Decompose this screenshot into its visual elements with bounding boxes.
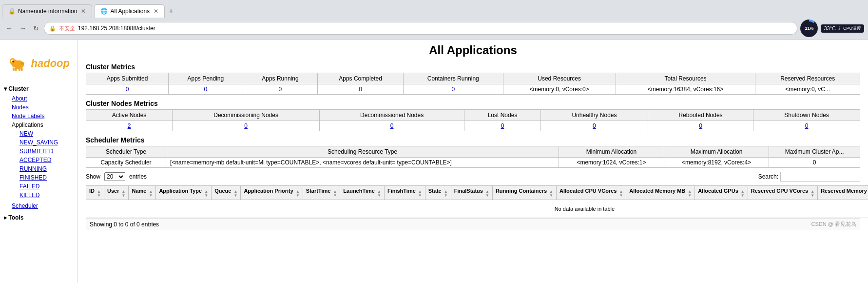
cm-val-running: 0 xyxy=(243,84,318,95)
back-button[interactable]: ← xyxy=(4,23,15,33)
col-id: ID ▲▼ xyxy=(86,186,104,200)
cm-header-reserved: Reserved Resources xyxy=(755,73,860,84)
sidebar-link-node-labels[interactable]: Node Labels xyxy=(4,112,77,121)
cnm-val-decommissioning: 0 xyxy=(173,121,320,131)
cm-val-used: <memory:0, vCores:0> xyxy=(503,84,616,95)
hadoop-elephant-icon xyxy=(8,51,27,76)
sm-val-type: Capacity Scheduler xyxy=(86,158,166,168)
sm-header-min: Minimum Allocation xyxy=(559,146,664,158)
show-entries-left: Show 10 20 50 100 entries xyxy=(86,172,147,181)
col-memory-mb: Allocated Memory MB ▲▼ xyxy=(626,186,695,200)
col-state: State ▲▼ xyxy=(425,186,451,200)
sidebar-link-nodes[interactable]: Nodes xyxy=(4,103,77,112)
security-icon: 🔒 xyxy=(49,25,56,32)
scheduler-metrics-table: Scheduler Type Scheduling Resource Type … xyxy=(86,146,860,168)
cnm-val-rebooted: 0 xyxy=(648,121,753,131)
sidebar-link-failed[interactable]: FAILED xyxy=(12,182,77,191)
sidebar-cluster-links: About Nodes Node Labels Applications NEW… xyxy=(0,94,77,210)
sm-header-max-cluster: Maximum Cluster Ap... xyxy=(769,146,860,158)
cm-header-total: Total Resources xyxy=(616,73,755,84)
page-layout: hadoop ▾ Cluster About Nodes Node Labels… xyxy=(0,40,868,283)
no-data-row: No data available in table xyxy=(86,200,868,218)
sidebar-link-about[interactable]: About xyxy=(4,94,77,103)
sidebar-link-accepted[interactable]: ACCEPTED xyxy=(12,156,77,164)
sm-val-min: <memory:1024, vCores:1> xyxy=(559,158,664,168)
refresh-button[interactable]: ↻ xyxy=(31,23,41,33)
svg-point-1 xyxy=(11,60,18,67)
sm-header-max: Maximum Allocation xyxy=(664,146,769,158)
sm-header-resource-type: Scheduling Resource Type xyxy=(166,146,559,158)
svg-rect-3 xyxy=(15,68,17,71)
sm-val-resource-type: [<name=memory-mb default-unit=Mi type=CO… xyxy=(166,158,559,168)
showing-bar: Showing 0 to 0 of 0 entries CSDN @ 看见花鸟 xyxy=(86,218,860,230)
temp-badge: 33°C 🌡 CPU温度 xyxy=(821,24,864,33)
cnm-val-decommissioned: 0 xyxy=(320,121,464,131)
cluster-nodes-metrics-title: Cluster Nodes Metrics xyxy=(86,100,860,107)
sidebar-tools-title[interactable]: ▸ Tools xyxy=(0,212,77,223)
col-queue: Queue ▲▼ xyxy=(212,186,241,200)
cnm-header-shutdown: Shutdown Nodes xyxy=(753,110,860,121)
col-gpus: Allocated GPUs ▲▼ xyxy=(695,186,748,200)
show-entries-bar: Show 10 20 50 100 entries Search: xyxy=(86,172,860,182)
cluster-nodes-table: Active Nodes Decommissioning Nodes Decom… xyxy=(86,109,860,131)
sidebar-link-new[interactable]: NEW xyxy=(12,129,77,138)
cm-val-completed: 0 xyxy=(318,84,404,95)
sidebar: hadoop ▾ Cluster About Nodes Node Labels… xyxy=(0,40,78,283)
security-label: 不安全 xyxy=(59,25,75,32)
sm-header-type: Scheduler Type xyxy=(86,146,166,158)
address-bar: ← → ↻ 🔒 不安全 192.168.25.208:18088/cluster… xyxy=(0,18,868,39)
col-reserved-mem: Reserved Memory MB ▲▼ xyxy=(818,186,868,200)
cm-header-pending: Apps Pending xyxy=(169,73,243,84)
page-title: All Applications xyxy=(86,43,860,57)
sm-val-max-cluster: 0 xyxy=(769,158,860,168)
browser-chrome: 🔒 Namenode information ✕ 🌐 All Applicati… xyxy=(0,0,868,40)
col-launch-time: LaunchTime ▲▼ xyxy=(340,186,385,200)
tab-namenode[interactable]: 🔒 Namenode information ✕ xyxy=(2,4,92,18)
forward-button[interactable]: → xyxy=(18,23,28,33)
tab-close-applications[interactable]: ✕ xyxy=(154,8,158,15)
sidebar-link-new-saving[interactable]: NEW_SAVING xyxy=(12,138,77,147)
tab-applications[interactable]: 🌐 All Applications ✕ xyxy=(94,4,165,18)
sidebar-link-finished[interactable]: FINISHED xyxy=(12,173,77,182)
sidebar-link-killed[interactable]: KILLED xyxy=(12,191,77,200)
col-start-time: StartTime ▲▼ xyxy=(303,186,340,200)
tab-bar: 🔒 Namenode information ✕ 🌐 All Applicati… xyxy=(0,0,868,18)
sidebar-cluster-title[interactable]: ▾ Cluster xyxy=(0,83,77,94)
cpu-percent: 11% xyxy=(802,21,816,35)
col-cpu-vcores: Allocated CPU VCores ▲▼ xyxy=(557,186,626,200)
sidebar-cluster-section: ▾ Cluster About Nodes Node Labels Applic… xyxy=(0,83,77,210)
address-text: 192.168.25.208:18088/cluster xyxy=(78,25,155,32)
tab-title-applications: All Applications xyxy=(110,8,150,15)
tab-favicon-applications: 🌐 xyxy=(100,8,107,15)
new-tab-button[interactable]: + xyxy=(165,5,177,18)
cm-val-containers: 0 xyxy=(403,84,503,95)
cnm-header-rebooted: Rebooted Nodes xyxy=(648,110,753,121)
col-app-type: Application Type ▲▼ xyxy=(156,186,212,200)
svg-rect-5 xyxy=(21,68,23,71)
tab-close-namenode[interactable]: ✕ xyxy=(81,8,86,15)
sidebar-link-scheduler[interactable]: Scheduler xyxy=(4,202,77,210)
tab-favicon-namenode: 🔒 xyxy=(8,8,15,15)
cm-header-containers: Containers Running xyxy=(403,73,503,84)
cnm-header-decommissioning: Decommissioning Nodes xyxy=(173,110,320,121)
entries-select[interactable]: 10 20 50 100 xyxy=(104,172,125,181)
sidebar-link-submitted[interactable]: SUBMITTED xyxy=(12,147,77,156)
temp-label: CPU温度 xyxy=(843,25,861,32)
sm-val-max: <memory:8192, vCores:4> xyxy=(664,158,769,168)
sidebar-tools-section: ▸ Tools xyxy=(0,212,77,223)
cm-val-pending: 0 xyxy=(169,84,243,95)
watermark: CSDN @ 看见花鸟 xyxy=(811,221,856,228)
sidebar-link-running[interactable]: RUNNING xyxy=(12,164,77,173)
svg-rect-2 xyxy=(13,67,15,71)
cnm-val-unhealthy: 0 xyxy=(540,121,648,131)
hadoop-logo-text: hadoop xyxy=(31,57,70,70)
cm-val-submitted: 0 xyxy=(86,84,169,95)
entries-label: entries xyxy=(129,173,147,180)
cnm-val-lost: 0 xyxy=(464,121,541,131)
hadoop-logo: hadoop xyxy=(4,47,74,80)
col-running-containers: Running Containers ▲▼ xyxy=(492,186,556,200)
cm-val-total: <memory:16384, vCores:16> xyxy=(616,84,755,95)
search-input[interactable] xyxy=(780,172,860,182)
cluster-metrics-title: Cluster Metrics xyxy=(86,63,860,71)
col-reserved-cpu: Reserved CPU VCores ▲▼ xyxy=(748,186,817,200)
